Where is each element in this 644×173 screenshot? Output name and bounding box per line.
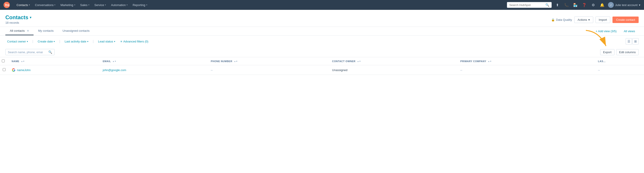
page-title-area: Contacts ▾ 18 records — [5, 14, 31, 24]
search-icon: 🔍 — [48, 50, 52, 54]
records-count: 18 records — [5, 21, 31, 24]
view-toggle: ☰ ⊞ — [626, 38, 639, 44]
tab-unassigned-contacts[interactable]: Unassigned contacts — [58, 27, 94, 35]
global-search[interactable]: 🔍 — [507, 2, 552, 8]
contact-owner-value: Unassigned — [332, 68, 348, 72]
contact-name-cell: nameJohn — [9, 65, 100, 75]
advanced-filters-button[interactable]: ≡ Advanced filters (0) — [119, 39, 150, 44]
top-navigation: hs Contacts ▾ Conversations ▾ Marketing … — [0, 0, 644, 10]
search-row: 🔍 Export Edit columns — [0, 47, 644, 57]
chevron-down-icon: ▾ — [27, 40, 28, 43]
avatar: J — [608, 2, 614, 8]
hubspot-logo[interactable]: hs — [4, 2, 10, 8]
column-header-phone: PHONE NUMBER ▲▼ — [208, 57, 330, 65]
chevron-down-icon: ▾ — [588, 18, 590, 22]
chevron-down-icon: ▾ — [105, 4, 106, 6]
filter-separator: | — [59, 40, 60, 43]
nav-service[interactable]: Service ▾ — [92, 2, 108, 8]
user-menu[interactable]: J Julie test account ▾ — [608, 2, 640, 8]
nav-marketing[interactable]: Marketing ▾ — [58, 2, 77, 8]
top-nav-right: 🔍 ⬆ 📞 🏪 ❓ ⚙ 🔔 J Julie test account ▾ — [507, 2, 640, 8]
column-header-primary-company: PRIMARY COMPANY ▲▼ — [458, 57, 595, 65]
sort-icon[interactable]: ▲▼ — [234, 60, 238, 62]
filter-separator: | — [93, 40, 94, 43]
page-content: Contacts ▾ 18 records 🔒 Data Quality Act… — [0, 10, 644, 173]
column-header-email: EMAIL ▲▼ — [100, 57, 208, 65]
filter-separator: | — [32, 40, 33, 43]
contact-phone-value: -- — [211, 68, 213, 72]
chevron-down-icon: ▾ — [126, 4, 128, 6]
nav-conversations[interactable]: Conversations ▾ — [33, 2, 58, 8]
sort-icon[interactable]: ▲▼ — [488, 60, 492, 62]
select-all-checkbox-header[interactable] — [0, 57, 9, 65]
contacts-table-container: NAME ▲▼ EMAIL ▲▼ PHONE NUMBER ▲▼ CONTACT… — [0, 57, 644, 75]
tab-all-contacts[interactable]: All contacts ✕ — [5, 27, 34, 35]
chevron-down-icon: ▾ — [639, 3, 640, 7]
contact-owner-filter[interactable]: Contact owner ▾ — [5, 39, 30, 44]
page-title[interactable]: Contacts ▾ — [5, 14, 31, 20]
edit-columns-button[interactable]: Edit columns — [616, 49, 639, 55]
search-icon: 🔍 — [546, 3, 549, 7]
chevron-down-icon: ▾ — [114, 40, 115, 43]
svg-text:hs: hs — [5, 3, 10, 7]
upgrade-icon[interactable]: ⬆ — [554, 2, 560, 8]
column-header-last: LAS... — [595, 57, 644, 65]
chevron-down-icon: ▾ — [74, 4, 75, 6]
board-view-button[interactable]: ⊞ — [632, 38, 639, 44]
sort-icon[interactable]: ▲▼ — [357, 60, 361, 62]
primary-company-value: -- — [460, 68, 462, 72]
nav-automation[interactable]: Automation ▾ — [109, 2, 130, 8]
primary-company-cell: -- — [458, 65, 595, 75]
sort-icon[interactable]: ▲▼ — [112, 60, 116, 62]
last-activity-date-filter[interactable]: Last activity date ▾ — [63, 39, 90, 44]
calls-icon[interactable]: 📞 — [563, 2, 570, 8]
marketplace-icon[interactable]: 🏪 — [572, 2, 578, 8]
search-row-right: Export Edit columns — [600, 49, 639, 55]
nav-links: Contacts ▾ Conversations ▾ Marketing ▾ S… — [14, 2, 507, 8]
column-header-name: NAME ▲▼ — [9, 57, 100, 65]
notifications-icon[interactable]: 🔔 — [599, 2, 605, 8]
data-quality-button[interactable]: 🔒 Data Quality — [551, 18, 572, 22]
last-activity-value: -- — [598, 68, 600, 72]
actions-button[interactable]: Actions ▾ — [574, 16, 593, 23]
create-date-filter[interactable]: Create date ▾ — [36, 39, 56, 44]
add-view-button[interactable]: + Add view (3/5) — [592, 27, 620, 35]
column-header-contact-owner: CONTACT OWNER ▲▼ — [330, 57, 458, 65]
list-view-button[interactable]: ☰ — [626, 38, 632, 44]
page-header-actions: 🔒 Data Quality Actions ▾ Import Create c… — [551, 14, 639, 26]
sort-icon[interactable]: ▲▼ — [21, 60, 25, 62]
contact-email-link[interactable]: john@google.com — [103, 68, 126, 72]
settings-icon[interactable]: ⚙ — [590, 2, 596, 8]
chevron-down-icon: ▾ — [88, 4, 90, 6]
nav-contacts[interactable]: Contacts ▾ — [14, 2, 32, 8]
page-header: Contacts ▾ 18 records 🔒 Data Quality Act… — [0, 10, 644, 27]
chevron-down-icon: ▾ — [29, 4, 30, 6]
create-contact-button[interactable]: Create contact — [612, 16, 639, 23]
google-icon — [12, 68, 16, 72]
select-all-checkbox[interactable] — [2, 60, 5, 62]
help-icon[interactable]: ❓ — [581, 2, 588, 8]
tab-my-contacts[interactable]: My contacts — [34, 27, 58, 35]
chevron-down-icon: ▾ — [30, 16, 31, 19]
import-button[interactable]: Import — [596, 16, 610, 23]
search-input[interactable] — [8, 50, 47, 54]
filter-bar: Contact owner ▾ | Create date ▾ | Last a… — [0, 36, 644, 47]
tabs-right: + Add view (3/5) All views — [592, 27, 639, 35]
chevron-down-icon: ▾ — [54, 4, 56, 6]
close-icon[interactable]: ✕ — [27, 29, 29, 32]
table-search[interactable]: 🔍 — [5, 49, 54, 55]
contact-name-link[interactable]: nameJohn — [12, 68, 97, 72]
table-row: nameJohn john@google.com -- Unassigned -… — [0, 65, 644, 75]
export-button[interactable]: Export — [600, 49, 614, 55]
global-search-input[interactable] — [510, 3, 544, 7]
tabs-bar: All contacts ✕ My contacts Unassigned co… — [0, 27, 644, 36]
lead-status-filter[interactable]: Lead status ▾ — [96, 39, 117, 44]
all-views-button[interactable]: All views — [620, 27, 639, 35]
row-checkbox-cell[interactable] — [0, 65, 9, 75]
last-activity-cell: -- — [595, 65, 644, 75]
chevron-down-icon: ▾ — [146, 4, 147, 6]
row-checkbox[interactable] — [3, 68, 6, 71]
nav-sales[interactable]: Sales ▾ — [78, 2, 92, 8]
contact-email-cell: john@google.com — [100, 65, 208, 75]
nav-reporting[interactable]: Reporting ▾ — [130, 2, 149, 8]
